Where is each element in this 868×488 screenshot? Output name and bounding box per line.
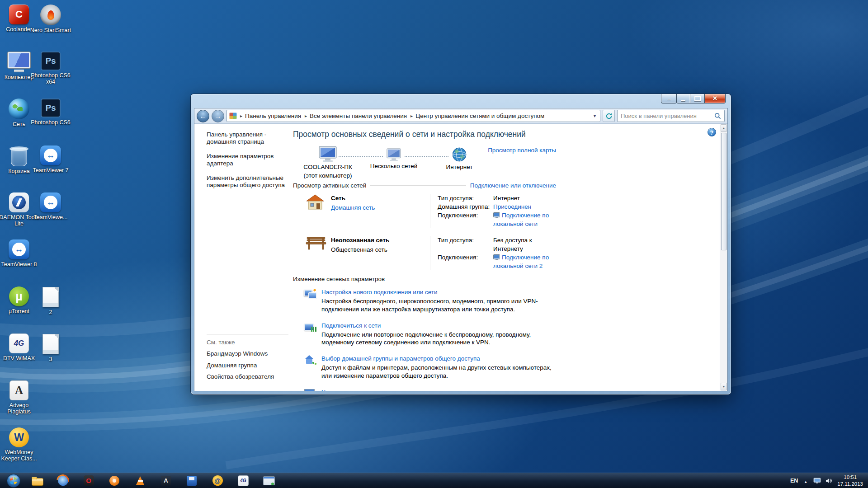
desktop-icon[interactable]: Nero StartSmart xyxy=(29,5,72,52)
detail-value[interactable]: Подключение по локальной сети 2 xyxy=(493,253,556,270)
breadcrumb-item[interactable]: Все элементы панели управления xyxy=(302,113,407,119)
map-node-multiple-networks[interactable]: Несколько сетей xyxy=(362,146,425,170)
network-details: Тип доступа: Без доступа к Интернету xyxy=(430,236,556,270)
task-item: Подключиться к сети Подключение или повт… xyxy=(303,321,556,347)
network-map: COOLANDER-ПК (этот компьютер) xyxy=(293,146,556,179)
desktop-icon[interactable]: Advego Plagiatus xyxy=(0,380,41,427)
task-link[interactable]: Настройка нового подключения или сети xyxy=(321,289,438,296)
desktop-icon[interactable]: WebMoney Keeper Clas... xyxy=(0,427,41,474)
aero-snap-button[interactable] xyxy=(661,94,677,103)
forward-button[interactable] xyxy=(212,110,224,122)
detail-value[interactable]: Подключение по локальной сети xyxy=(493,211,556,228)
desktop-icon-glyph xyxy=(9,239,29,259)
display-tray-icon[interactable] xyxy=(813,478,821,484)
taskbar-app-icon xyxy=(108,474,121,487)
taskbar-button[interactable] xyxy=(130,473,150,488)
detail-label: Подключения: xyxy=(438,211,493,228)
desktop-icon-glyph xyxy=(40,5,61,25)
volume-tray-icon[interactable] xyxy=(826,478,832,484)
scroll-down-button[interactable] xyxy=(721,383,727,390)
taskbar-button[interactable] xyxy=(27,473,47,488)
connect-disconnect-link[interactable]: Подключение или отключение xyxy=(470,182,556,189)
computer-icon xyxy=(319,146,337,162)
task-icon xyxy=(303,388,317,391)
taskbar-button[interactable] xyxy=(104,473,124,488)
control-panel-icon xyxy=(229,113,237,119)
map-node-internet[interactable]: Интернет xyxy=(428,146,491,171)
window-title-bar[interactable] xyxy=(191,94,731,108)
desktop-icon[interactable]: TeamViewer 7 xyxy=(29,145,72,192)
connection-icon xyxy=(493,254,500,260)
refresh-button[interactable] xyxy=(603,110,615,122)
sidebar-link[interactable]: Панель управления - домашняя страница xyxy=(207,131,288,146)
start-button[interactable] xyxy=(4,473,24,488)
task-icon xyxy=(303,321,317,333)
search-icon xyxy=(714,113,721,119)
taskbar-button[interactable] xyxy=(233,473,253,488)
active-networks-label: Просмотр активных сетей xyxy=(293,182,366,189)
task-link[interactable]: Выбор домашней группы и параметров общег… xyxy=(321,355,480,362)
sidebar-link[interactable]: Изменить дополнительные параметры общего… xyxy=(207,174,288,189)
desktop-icon[interactable]: 2 xyxy=(29,286,72,333)
desktop-icon[interactable]: TeamViewe... xyxy=(29,192,72,239)
desktop-icon-glyph xyxy=(8,52,30,72)
task-link[interactable]: Подключиться к сети xyxy=(321,322,381,329)
language-indicator[interactable]: EN xyxy=(790,478,798,484)
active-network-row: Неопознанная сеть Общественная сеть Тип … xyxy=(293,231,556,273)
desktop-icon-label: µTorrent xyxy=(9,308,29,314)
search-placeholder: Поиск в панели управления xyxy=(621,113,714,119)
clock[interactable]: 10:51 17.11.2013 xyxy=(837,474,863,488)
network-detail-row: Подключения: Подключение по локальной се… xyxy=(438,253,556,270)
see-also-link[interactable]: Брандмауэр Windows xyxy=(207,350,288,357)
breadcrumb-item[interactable]: Панель управления xyxy=(237,113,302,119)
detail-value[interactable]: Присоединен xyxy=(493,202,531,211)
desktop-icon-label: Coolander xyxy=(6,26,32,33)
taskbar-button[interactable] xyxy=(182,473,202,488)
desktop-icon-glyph xyxy=(40,145,61,165)
computer-subtitle: (этот компьютер) xyxy=(296,172,359,179)
map-node-computer[interactable]: COOLANDER-ПК (этот компьютер) xyxy=(296,146,359,179)
minimize-button[interactable] xyxy=(676,94,690,103)
desktop-icon[interactable]: Photoshop CS6 x64 xyxy=(29,52,72,99)
see-also-link[interactable]: Свойства обозревателя xyxy=(207,373,288,380)
network-name: Неопознанная сеть xyxy=(331,237,389,244)
system-tray: EN 10:51 17.11.2013 xyxy=(790,474,868,488)
close-button[interactable] xyxy=(704,94,726,103)
desktop-icon[interactable]: 3 xyxy=(29,333,72,380)
back-button[interactable] xyxy=(197,110,209,122)
address-bar[interactable]: Панель управленияВсе элементы панели упр… xyxy=(226,110,600,122)
hidden-icons-button[interactable] xyxy=(802,477,809,485)
scrollbar-thumb[interactable] xyxy=(721,133,726,250)
network-detail-row: Тип доступа: Без доступа к Интернету xyxy=(438,236,556,253)
taskbar-button[interactable] xyxy=(259,473,279,488)
vertical-scrollbar[interactable] xyxy=(720,124,727,391)
desktop-icon[interactable]: Photoshop CS6 xyxy=(29,99,72,145)
taskbar-button[interactable] xyxy=(208,473,227,488)
full-map-link[interactable]: Просмотр полной карты xyxy=(488,147,556,154)
desktop-icon-label: Nero StartSmart xyxy=(30,27,71,33)
desktop-icon-glyph xyxy=(41,99,61,117)
see-also-link[interactable]: Домашняя группа xyxy=(207,362,288,369)
taskbar-button[interactable] xyxy=(79,473,99,488)
network-category[interactable]: Домашняя сеть xyxy=(331,204,375,211)
refresh-icon xyxy=(605,113,613,120)
address-dropdown-button[interactable] xyxy=(591,111,599,121)
taskbar-app-icon xyxy=(263,474,275,487)
taskbar-button[interactable] xyxy=(53,473,73,488)
active-network-row: Сеть Домашняя сеть Тип доступа: xyxy=(293,189,556,231)
network-name: Сеть xyxy=(331,195,375,202)
task-item: Устранение неполадок Диагностика и испра… xyxy=(303,388,556,391)
desktop-icon[interactable] xyxy=(29,239,72,286)
desktop-icon-glyph xyxy=(40,286,61,307)
desktop-icon-label: Photoshop CS6 xyxy=(31,119,71,126)
computer-name: COOLANDER-ПК xyxy=(296,164,359,171)
breadcrumb-item[interactable]: Центр управления сетями и общим доступом xyxy=(407,113,545,119)
scroll-up-button[interactable] xyxy=(721,124,727,132)
help-button[interactable] xyxy=(708,128,716,136)
taskbar-button[interactable] xyxy=(156,473,176,488)
task-link[interactable]: Устранение неполадок xyxy=(321,389,386,391)
search-box[interactable]: Поиск в панели управления xyxy=(617,110,725,122)
sidebar-link[interactable]: Изменение параметров адаптера xyxy=(207,153,288,168)
maximize-button[interactable] xyxy=(690,94,704,103)
windows-orb-icon xyxy=(6,474,21,488)
